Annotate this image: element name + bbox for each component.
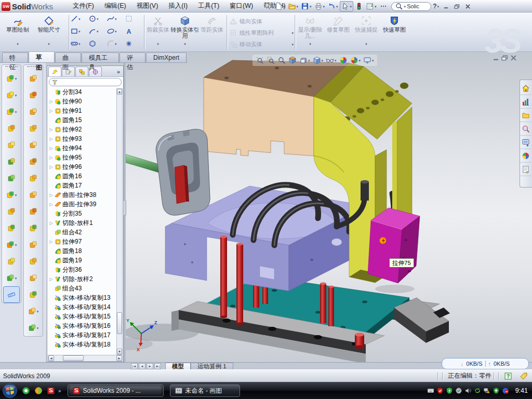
sketch-entity-ellipse[interactable]: ▾	[107, 27, 117, 35]
dropdown-arrow-icon[interactable]: ▾	[78, 42, 81, 46]
tray-network-warning-icon[interactable]	[483, 387, 490, 395]
prev-sheet-button[interactable]: ◄	[139, 363, 145, 369]
ribbon-button-repair-sketch[interactable]: 修复草图	[324, 14, 352, 50]
base-right-block[interactable]	[394, 298, 450, 343]
taskpane-view-palette-tab[interactable]	[520, 136, 531, 149]
tree-item[interactable]: ▷拉伸95	[47, 153, 123, 162]
ribbon-button-trim-entities[interactable]: 剪裁实体▾	[145, 14, 170, 50]
tree-item[interactable]: 分割34	[47, 87, 123, 97]
doc-tab-0[interactable]: 模型	[165, 363, 191, 370]
headsup-view-settings-button[interactable]: ▾	[363, 56, 374, 64]
ribbon-button-smart-dimension[interactable]: 智能尺寸▾	[33, 14, 64, 50]
sketch-entity-line[interactable]: ▾	[70, 15, 81, 23]
dropdown-arrow-icon[interactable]: ▾	[37, 310, 39, 313]
ribbon-button-sketch-draw[interactable]: 草图绘制▾	[2, 14, 33, 50]
tree-item[interactable]: 圆角16	[47, 171, 123, 181]
tool-flex[interactable]	[24, 187, 43, 203]
menu-item-1[interactable]: 编辑(E)	[99, 0, 131, 12]
tree-item[interactable]: ▷拉伸91	[47, 106, 123, 115]
expand-arrow-icon[interactable]: ▷	[49, 240, 54, 244]
last-sheet-button[interactable]: ►|	[154, 363, 161, 369]
dropdown-arrow-icon[interactable]: ▾	[359, 59, 361, 62]
dropdown-arrow-icon[interactable]: ▾	[335, 59, 337, 62]
taskpane-custom-properties-tab[interactable]	[520, 163, 531, 176]
expand-arrow-icon[interactable]: ▷	[49, 146, 54, 151]
tool-linear-pattern[interactable]: ▾	[2, 187, 21, 203]
ribbon-button-move-entities[interactable]: 移动实体▾	[228, 38, 295, 50]
tool-parting-line[interactable]	[24, 253, 43, 270]
dropdown-arrow-icon[interactable]: ▾	[97, 30, 99, 33]
taskpane-search-tab-tab[interactable]	[520, 122, 531, 136]
tool-dome[interactable]	[24, 120, 43, 137]
headsup-view-orientation-button[interactable]: ▾	[299, 56, 310, 64]
traffic-light-button[interactable]	[354, 2, 364, 11]
dropdown-arrow-icon[interactable]: ▾	[15, 276, 17, 280]
tree-tab-configurationmanager[interactable]	[75, 66, 88, 76]
expand-arrow-icon[interactable]: ▷	[49, 109, 54, 113]
tray-backup-icon[interactable]	[474, 387, 481, 395]
tool-measure[interactable]	[3, 286, 20, 303]
sketch-entity-rectangle[interactable]: ▾	[70, 27, 81, 35]
first-sheet-button[interactable]: |◄	[131, 363, 138, 369]
doc-tab-1[interactable]: 运动算例 1	[191, 363, 233, 370]
toolbar-overflow-button[interactable]	[378, 2, 389, 11]
quicklaunch-security-suite-button[interactable]	[34, 387, 43, 395]
tab-3[interactable]: 模具工具	[82, 52, 119, 62]
ribbon-button-quick-snaps[interactable]: 快速捕捉▾	[352, 14, 380, 50]
expand-arrow-icon[interactable]: ▷	[49, 221, 54, 225]
tool-extruded-cut[interactable]: ▾	[2, 87, 21, 103]
headsup-display-style-button[interactable]: ▾	[313, 56, 324, 64]
tree-tab-featuremanager[interactable]	[48, 66, 61, 76]
dropdown-arrow-icon[interactable]: ▾	[97, 17, 99, 21]
menu-item-3[interactable]: 插入(I)	[163, 0, 193, 12]
dropdown-arrow-icon[interactable]: ▾	[404, 5, 406, 8]
ribbon-button-convert-entities[interactable]: 转换实体引用▾	[170, 14, 200, 50]
headsup-zoom-area-button[interactable]	[267, 56, 275, 64]
tray-defender-icon[interactable]	[493, 387, 500, 395]
tray-system-update-icon[interactable]	[455, 387, 462, 395]
ribbon-button-offset-entities[interactable]: 等距实体	[200, 14, 224, 50]
expand-arrow-icon[interactable]: ▷	[49, 165, 54, 169]
slide-clamp-gray[interactable]	[126, 129, 210, 216]
pin-button[interactable]	[262, 2, 273, 11]
tab-2[interactable]: 曲面	[55, 52, 81, 62]
tree-item[interactable]: 圆角19	[47, 256, 123, 265]
expand-arrow-icon[interactable]: ▷	[49, 137, 54, 141]
expand-arrow-icon[interactable]: ▷	[49, 155, 54, 160]
dropdown-arrow-icon[interactable]: ▾	[297, 5, 299, 8]
tool-freeform[interactable]	[24, 137, 43, 153]
tool-deform[interactable]	[24, 153, 43, 170]
tree-item[interactable]: ▷拉伸90	[47, 97, 123, 106]
dropdown-arrow-icon[interactable]: ▾	[157, 42, 159, 46]
expand-arrow-icon[interactable]: ▷	[49, 127, 54, 132]
taskpane-appearances-tab[interactable]	[520, 149, 531, 163]
taskbar-button-1[interactable]: 未命名 - 画图	[170, 384, 240, 397]
ribbon-button-display-delete-relations[interactable]: 显示/删除几...▾	[296, 14, 324, 50]
dropdown-arrow-icon[interactable]: ▾	[37, 326, 39, 330]
tool-revolved-cut[interactable]	[24, 87, 43, 103]
dropdown-arrow-icon[interactable]: ▾	[365, 42, 367, 46]
quicklaunch-solidworks-button[interactable]	[47, 387, 55, 395]
minimize-window-button[interactable]	[441, 3, 451, 10]
dropdown-arrow-icon[interactable]: ▾	[323, 5, 325, 8]
dropdown-arrow-icon[interactable]: ▾	[15, 243, 17, 247]
headsup-section-view-button[interactable]	[288, 56, 297, 64]
dropdown-arrow-icon[interactable]: ▾	[15, 77, 17, 81]
sketch-entity-point[interactable]	[125, 39, 133, 48]
sketch-entity-circle[interactable]: ▾	[88, 15, 99, 23]
dropdown-arrow-icon[interactable]: ▾	[15, 94, 17, 97]
tray-antivirus-icon[interactable]	[436, 387, 444, 395]
dropdown-arrow-icon[interactable]: ▾	[437, 5, 439, 8]
headsup-edit-appearance-button[interactable]	[339, 56, 348, 64]
tool-swept-boss[interactable]	[2, 120, 21, 137]
dropdown-arrow-icon[interactable]: ▾	[283, 5, 285, 8]
status-tag-icon[interactable]	[520, 372, 528, 380]
tree-item[interactable]: 实体-移动/复制14	[47, 302, 123, 312]
tool-extruded-boss[interactable]: ▾	[2, 70, 21, 87]
tab-0[interactable]: 特征	[2, 52, 28, 62]
sketch-entity-sketch-fillet[interactable]: ▾	[107, 39, 117, 48]
taskpane-resources-home-tab[interactable]	[520, 82, 531, 95]
tab-5[interactable]: DimXpert	[146, 52, 187, 62]
dropdown-arrow-icon[interactable]: ▾	[115, 30, 117, 33]
tray-speedup-icon[interactable]	[446, 387, 453, 395]
